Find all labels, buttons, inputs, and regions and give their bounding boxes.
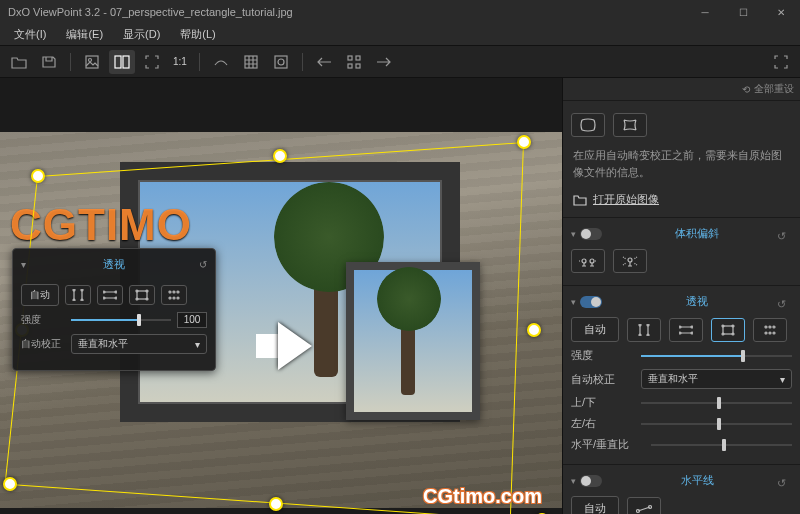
- distortion-pincushion-button[interactable]: [613, 113, 647, 137]
- svg-point-24: [169, 291, 171, 293]
- loupe-button[interactable]: [268, 50, 294, 74]
- menu-file[interactable]: 文件(I): [6, 25, 54, 44]
- horizon-title[interactable]: 水平线: [602, 473, 792, 488]
- intensity-label: 强度: [571, 348, 633, 363]
- perspective-handle-tr[interactable]: [517, 135, 531, 149]
- compare-view-button[interactable]: [109, 50, 135, 74]
- auto-perspective-button[interactable]: 自动: [21, 284, 59, 306]
- rectangle-tool[interactable]: [129, 285, 155, 305]
- vertical-lines-tool[interactable]: [627, 318, 661, 342]
- intensity-slider[interactable]: [71, 319, 171, 321]
- fullscreen-button[interactable]: [139, 50, 165, 74]
- perspective-handle-bl[interactable]: [3, 477, 17, 491]
- eight-point-tool[interactable]: [161, 285, 187, 305]
- reset-all-button[interactable]: ⟲全部重设: [563, 78, 800, 101]
- perspective-section: ▾ 透视 ↺ 自动 强度 自动校正 垂直和水平▾ 上/下: [563, 286, 800, 465]
- autocorrect-label: 自动校正: [571, 372, 633, 387]
- distortion-note: 在应用自动畸变校正之前，需要来自原始图像文件的信息。: [571, 143, 792, 188]
- zoom-1to1-button[interactable]: 1:1: [169, 50, 191, 74]
- horizon-auto-button[interactable]: 自动: [571, 496, 619, 514]
- expand-panel-button[interactable]: [768, 50, 794, 74]
- reset-icon[interactable]: ↺: [777, 477, 786, 490]
- window-controls: ─ ☐ ✕: [686, 0, 800, 24]
- svg-point-32: [628, 258, 632, 262]
- volume-diagonal-button[interactable]: [613, 249, 647, 273]
- vertical-lines-tool[interactable]: [65, 285, 91, 305]
- updown-slider[interactable]: [641, 402, 792, 404]
- perspective-midpoint-right[interactable]: [527, 323, 541, 337]
- svg-rect-0: [86, 56, 98, 68]
- open-file-button[interactable]: [6, 50, 32, 74]
- autocorrect-dropdown[interactable]: 垂直和水平▾: [71, 334, 207, 354]
- folder-icon: [573, 194, 587, 206]
- perspective-toggle[interactable]: [580, 296, 602, 308]
- horizontal-lines-tool[interactable]: [97, 285, 123, 305]
- horizontal-lines-tool[interactable]: [669, 318, 703, 342]
- distortion-barrel-button[interactable]: [571, 113, 605, 137]
- open-original-button[interactable]: 打开原始图像: [571, 188, 792, 211]
- grid-overlay-button[interactable]: [341, 50, 367, 74]
- perspective-title[interactable]: 透视: [602, 294, 792, 309]
- horizon-tool-button[interactable]: [208, 50, 234, 74]
- svg-point-51: [773, 332, 775, 334]
- hv-ratio-slider[interactable]: [651, 444, 792, 446]
- undo-button[interactable]: [311, 50, 337, 74]
- rectangle-tool[interactable]: [711, 318, 745, 342]
- volume-title[interactable]: 体积偏斜: [602, 226, 792, 241]
- reset-icon[interactable]: ↺: [777, 230, 786, 243]
- perspective-midpoint-top[interactable]: [273, 149, 287, 163]
- svg-point-48: [773, 326, 775, 328]
- svg-point-30: [582, 259, 586, 263]
- perspective-edge-right[interactable]: [510, 142, 524, 514]
- autocorrect-dropdown[interactable]: 垂直和水平▾: [641, 369, 792, 389]
- chevron-down-icon[interactable]: ▾: [571, 229, 576, 239]
- save-button[interactable]: [36, 50, 62, 74]
- svg-rect-5: [275, 56, 287, 68]
- close-button[interactable]: ✕: [762, 0, 800, 24]
- svg-point-6: [278, 59, 284, 65]
- window-title: DxO ViewPoint 3.2 - 07_perspective_recta…: [8, 6, 686, 18]
- reset-icon[interactable]: ↺: [199, 259, 207, 270]
- reset-icon[interactable]: ↺: [777, 298, 786, 311]
- intensity-slider[interactable]: [641, 355, 792, 357]
- volume-toggle[interactable]: [580, 228, 602, 240]
- perspective-handle-tl[interactable]: [31, 169, 45, 183]
- chevron-down-icon[interactable]: ▾: [571, 476, 576, 486]
- redo-button[interactable]: [371, 50, 397, 74]
- svg-rect-9: [348, 64, 352, 68]
- svg-point-29: [177, 297, 179, 299]
- eight-point-tool[interactable]: [753, 318, 787, 342]
- chevron-down-icon[interactable]: ▾: [571, 297, 576, 307]
- grid-button[interactable]: [238, 50, 264, 74]
- volume-horizontal-button[interactable]: [571, 249, 605, 273]
- svg-point-50: [769, 332, 771, 334]
- perspective-float-panel: ▾ 透视 ↺ 自动 强度 100 自动校正 垂直和水平▾: [12, 248, 216, 371]
- svg-point-26: [177, 291, 179, 293]
- menu-view[interactable]: 显示(D): [115, 25, 168, 44]
- perspective-auto-button[interactable]: 自动: [571, 317, 619, 342]
- collapse-icon[interactable]: ▾: [21, 259, 26, 270]
- perspective-midpoint-bottom[interactable]: [269, 497, 283, 511]
- menu-edit[interactable]: 编辑(E): [58, 25, 111, 44]
- leftright-slider[interactable]: [641, 423, 792, 425]
- svg-rect-41: [723, 326, 733, 334]
- intensity-value[interactable]: 100: [177, 312, 207, 328]
- hv-ratio-label: 水平/垂直比: [571, 437, 643, 452]
- menu-bar: 文件(I) 编辑(E) 显示(D) 帮助(L): [0, 24, 800, 46]
- menu-help[interactable]: 帮助(L): [172, 25, 223, 44]
- photo-tree: [314, 202, 338, 377]
- horizon-line-tool[interactable]: [627, 497, 661, 515]
- svg-rect-7: [348, 56, 352, 60]
- minimize-button[interactable]: ─: [686, 0, 724, 24]
- intensity-label: 强度: [21, 313, 65, 327]
- single-view-button[interactable]: [79, 50, 105, 74]
- svg-point-46: [765, 326, 767, 328]
- chevron-down-icon: ▾: [780, 374, 785, 385]
- svg-rect-8: [356, 56, 360, 60]
- horizon-toggle[interactable]: [580, 475, 602, 487]
- maximize-button[interactable]: ☐: [724, 0, 762, 24]
- image-canvas[interactable]: CGTIMO ▾ 透视 ↺ 自动: [0, 78, 562, 514]
- main-area: CGTIMO ▾ 透视 ↺ 自动: [0, 78, 800, 514]
- svg-rect-3: [123, 56, 129, 68]
- svg-rect-2: [115, 56, 121, 68]
